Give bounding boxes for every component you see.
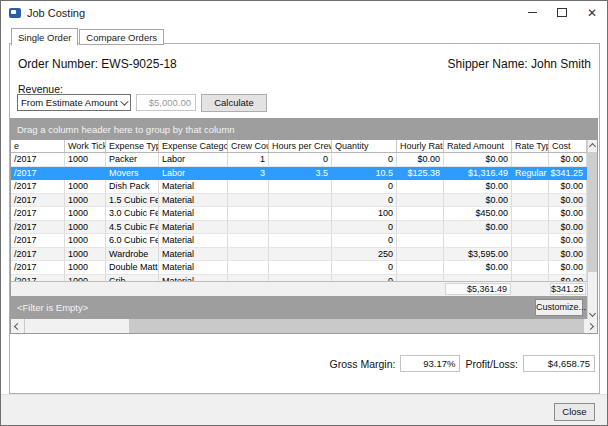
grid-cell[interactable]: Material [159,207,228,221]
grid-cell[interactable]: 1000 [65,207,106,221]
tab-single-order[interactable]: Single Order [11,28,78,46]
maximize-button[interactable] [547,1,577,24]
revenue-source-dropdown[interactable]: From Estimate Amount [17,94,131,111]
vertical-scrollbar[interactable] [587,140,597,319]
grid-cell[interactable]: $341.25 [549,167,587,181]
grid-cell[interactable]: /2017 [11,221,65,235]
grid-cell[interactable] [512,153,549,167]
grid-row-0[interactable]: /20171000PackerLabor100$0.00$0.00$0.00 [11,153,587,167]
grid-cell[interactable]: $0.00 [549,234,587,248]
grid-cell[interactable]: Labor [159,167,228,181]
column-header-3[interactable]: Expense Category [159,140,228,152]
grid-cell[interactable] [228,180,269,194]
grid-cell[interactable] [269,248,332,262]
grid-cell[interactable] [397,248,444,262]
grid-cell[interactable]: $0.00 [549,207,587,221]
grid-cell[interactable]: Material [159,234,228,248]
vertical-scroll-thumb[interactable] [588,152,597,272]
grid-row-3[interactable]: /201710001.5 Cubic FeetMaterial0$0.00$0.… [11,194,587,208]
grid-cell[interactable] [269,207,332,221]
column-header-9[interactable]: Rate Type [512,140,549,152]
grid-cell[interactable] [269,180,332,194]
tab-compare-orders[interactable]: Compare Orders [79,29,164,45]
scroll-right-button[interactable] [584,319,597,333]
grid-cell[interactable]: 0 [332,180,397,194]
grid-cell[interactable]: $1,316.49 [444,167,512,181]
grid-row-1[interactable]: /2017MoversLabor33.510.5$125.38$1,316.49… [11,167,587,181]
grid-cell[interactable]: $0.00 [549,248,587,262]
grid-cell[interactable]: $0.00 [444,194,512,208]
grid-cell[interactable]: $0.00 [549,194,587,208]
column-header-10[interactable]: Cost [549,140,587,152]
grid-cell[interactable]: $125.38 [397,167,444,181]
grid-cell[interactable]: 0 [332,194,397,208]
grid-cell[interactable]: Labor [159,153,228,167]
calculate-button[interactable]: Calculate [201,94,267,112]
grid-cell[interactable]: /2017 [11,207,65,221]
grid-cell[interactable]: 1000 [65,194,106,208]
close-window-button[interactable]: ✕ [577,1,607,24]
grid-cell[interactable]: Material [159,194,228,208]
column-header-7[interactable]: Hourly Rate [397,140,444,152]
grid-cell[interactable]: Regular [512,167,549,181]
grid-cell[interactable] [228,261,269,275]
grid-cell[interactable]: $0.00 [549,221,587,235]
grid-cell[interactable]: 3 [228,167,269,181]
grid-cell[interactable]: 3.5 [269,167,332,181]
grid-cell[interactable] [397,207,444,221]
close-button[interactable]: Close [554,403,595,421]
grid-row-8[interactable]: /20171000Double Matt.Material0$0.00$0.00 [11,261,587,275]
grid-cell[interactable]: Material [159,248,228,262]
grid-cell[interactable]: /2017 [11,261,65,275]
grid-cell[interactable]: $0.00 [444,180,512,194]
revenue-amount-field[interactable]: $5,000.00 [136,94,196,111]
grid-cell[interactable]: 250 [332,248,397,262]
grid-cell[interactable]: 1.5 Cubic Feet [106,194,159,208]
grid-cell[interactable]: /2017 [11,248,65,262]
grid-cell[interactable]: $0.00 [549,261,587,275]
profit-loss-field[interactable]: $4,658.75 [523,355,595,372]
column-header-1[interactable]: Work Ticket [65,140,106,152]
grid-cell[interactable]: Wardrobe [106,248,159,262]
grid-cell[interactable] [397,234,444,248]
grid-cell[interactable]: /2017 [11,167,65,181]
grid-cell[interactable]: 6.0 Cubic Feet [106,234,159,248]
grid-cell[interactable]: 0 [332,234,397,248]
grid-cell[interactable]: 1000 [65,248,106,262]
grid-cell[interactable]: Packer [106,153,159,167]
grid-cell[interactable]: 0 [332,261,397,275]
grid-cell[interactable] [228,207,269,221]
grid-cell[interactable] [512,261,549,275]
grid-cell[interactable] [512,234,549,248]
grid-cell[interactable]: $0.00 [549,180,587,194]
grid-cell[interactable]: 1000 [65,180,106,194]
grid-cell[interactable]: 1000 [65,234,106,248]
grid-row-7[interactable]: /20171000WardrobeMaterial250$3,595.00$0.… [11,248,587,262]
grid-cell[interactable]: Material [159,221,228,235]
column-header-6[interactable]: Quantity [332,140,397,152]
gross-margin-field[interactable]: 93.17% [400,355,460,372]
grid-row-4[interactable]: /201710003.0 Cubic FeetMaterial100$450.0… [11,207,587,221]
grid-cell[interactable] [269,234,332,248]
scroll-left-button[interactable] [11,319,24,333]
grid-cell[interactable]: /2017 [11,180,65,194]
column-header-2[interactable]: Expense Type [106,140,159,152]
scroll-down-button[interactable] [588,307,597,319]
grid-cell[interactable] [269,261,332,275]
grid-cell[interactable] [397,194,444,208]
grid-cell[interactable]: $0.00 [444,261,512,275]
grid-cell[interactable]: 100 [332,207,397,221]
grid-cell[interactable] [269,221,332,235]
grid-cell[interactable] [512,248,549,262]
grid-cell[interactable] [512,221,549,235]
grid-cell[interactable]: $450.00 [444,207,512,221]
grid-cell[interactable]: /2017 [11,153,65,167]
grid-cell[interactable]: 0 [332,153,397,167]
grid-cell[interactable]: $3,595.00 [444,248,512,262]
column-header-4[interactable]: Crew Count [228,140,269,152]
grid-cell[interactable]: Material [159,180,228,194]
scroll-up-button[interactable] [588,140,597,152]
grid-cell[interactable] [228,221,269,235]
grid-cell[interactable] [228,194,269,208]
grid-cell[interactable] [269,194,332,208]
